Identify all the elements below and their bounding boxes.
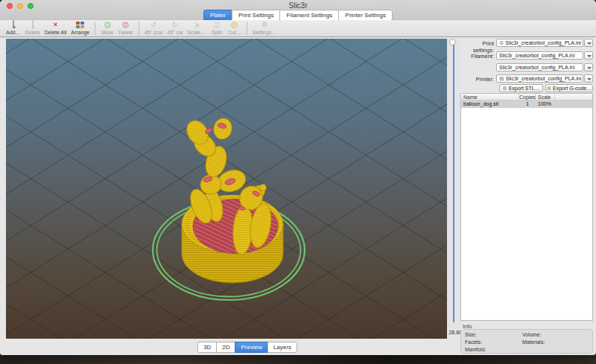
gcode-preview-canvas[interactable]: [6, 39, 447, 339]
column-header-name: Name: [461, 94, 519, 100]
info-panel: Size: Volume: Facets: Materials: Manifol…: [460, 329, 593, 354]
cut-button[interactable]: Cut…: [226, 21, 244, 36]
rotate-ccw-icon: ↺: [150, 21, 156, 29]
print-settings-dropdown-arrow[interactable]: [584, 39, 593, 47]
filament-select-2[interactable]: Slic3r_creatorbot_config_PLA.ini: [496, 63, 583, 71]
print-settings-row: Print settings: ⚙Slic3r_creatorbot_confi…: [460, 39, 593, 47]
plater-toolbar: + Add… − Delete × Delete All Arrange + M…: [0, 20, 596, 37]
delete-object-icon: −: [32, 21, 34, 29]
view-mode-control: 3D 2D Preview Layers: [197, 342, 297, 353]
more-copies-button[interactable]: + More: [98, 21, 116, 36]
info-manifold-label: Manifold:: [465, 347, 486, 352]
layer-z-value: 28.80: [445, 330, 462, 335]
toolbar-separator: [247, 22, 247, 35]
filament-dropdown-arrow-1[interactable]: [584, 51, 593, 60]
toolbar-separator: [139, 22, 139, 35]
fewer-icon: −: [122, 21, 129, 29]
printer-label: Printer:: [460, 76, 494, 83]
object-list-header: Name Copies Scale: [461, 94, 592, 100]
info-size-label: Size:: [465, 332, 477, 337]
filament-row: Filament: Slic3r_creatorbot_config_PLA.i…: [460, 51, 593, 60]
layer-slider-strip: 28.80: [447, 37, 460, 339]
arrange-icon: [76, 21, 84, 29]
title-bar: Slic3r Plater Print Settings Filament Se…: [0, 0, 596, 20]
fewer-copies-button[interactable]: − Fewer: [116, 21, 135, 36]
column-header-copies: Copies: [519, 94, 536, 100]
settings-panel: Print settings: ⚙Slic3r_creatorbot_confi…: [460, 37, 593, 355]
printer-icon: ▤: [499, 76, 504, 81]
info-facets-label: Facets:: [465, 339, 482, 345]
export-stl-icon: ⚙: [502, 86, 507, 91]
view-preview-button[interactable]: Preview: [235, 342, 267, 353]
export-gcode-icon: ⚙: [547, 86, 551, 91]
split-icon: ◫: [214, 21, 221, 29]
add-object-icon: +: [13, 21, 14, 29]
layer-slider-track[interactable]: [453, 42, 454, 322]
printer-dropdown-arrow[interactable]: [584, 74, 593, 83]
arrange-button[interactable]: Arrange: [69, 21, 92, 36]
slic3r-window: Slic3r Plater Print Settings Filament Se…: [0, 0, 596, 355]
object-settings-button[interactable]: ⚙ Settings…: [250, 21, 279, 36]
export-gcode-button[interactable]: ⚙Export G-code…: [545, 84, 593, 92]
view-3d-button[interactable]: 3D: [197, 342, 217, 353]
more-icon: +: [104, 21, 111, 29]
column-header-scale: Scale: [536, 94, 555, 100]
rotate-ccw-button[interactable]: ↺ 45° ccw: [142, 21, 165, 36]
scale-button[interactable]: ⇲ Scale…: [185, 21, 208, 36]
tab-print-settings[interactable]: Print Settings: [232, 10, 281, 21]
tab-plater[interactable]: Plater: [203, 10, 232, 21]
main-tab-control: Plater Print Settings Filament Settings …: [203, 10, 393, 21]
filament-select-1[interactable]: Slic3r_creatorbot_config_PLA.ini: [496, 51, 583, 60]
gear-icon: ⚙: [499, 40, 504, 45]
3d-preview-viewport[interactable]: [6, 39, 447, 339]
delete-button[interactable]: − Delete: [22, 21, 42, 36]
tab-printer-settings[interactable]: Printer Settings: [338, 10, 393, 21]
info-materials-label: Materials:: [522, 339, 545, 345]
object-row-balloon-dog[interactable]: balloon_dog.stl 1 100%: [461, 100, 592, 108]
scale-icon: ⇲: [194, 21, 200, 29]
print-settings-select[interactable]: ⚙Slic3r_creatorbot_config_PLA.ini: [496, 39, 583, 47]
window-title: Slic3r: [0, 1, 596, 10]
filament-row-2: Slic3r_creatorbot_config_PLA.ini: [460, 63, 593, 71]
view-layers-button[interactable]: Layers: [267, 342, 297, 353]
export-stl-button[interactable]: ⚙Export STL…: [499, 84, 543, 92]
delete-all-button[interactable]: × Delete All: [42, 21, 69, 36]
bottom-bar: 3D 2D Preview Layers: [0, 339, 460, 355]
printer-row: Printer: ▤Slic3r_creatorbot_config_PLA.i…: [460, 74, 593, 83]
view-2d-button[interactable]: 2D: [216, 342, 235, 353]
info-volume-label: Volume:: [522, 332, 541, 337]
printer-select[interactable]: ▤Slic3r_creatorbot_config_PLA.ini: [496, 74, 583, 83]
object-list-table: Name Copies Scale balloon_dog.stl 1 100%: [460, 93, 593, 321]
gear-icon: ⚙: [261, 21, 267, 29]
cut-icon: [231, 21, 238, 29]
rotate-cw-button[interactable]: ↻ 45° cw: [165, 21, 185, 36]
filament-dropdown-arrow-2[interactable]: [584, 63, 593, 71]
filament-label: Filament:: [460, 53, 494, 60]
tab-filament-settings[interactable]: Filament Settings: [279, 10, 339, 21]
layer-slider-handle[interactable]: [449, 39, 456, 45]
rotate-cw-icon: ↻: [172, 21, 178, 29]
add-button[interactable]: + Add…: [4, 21, 22, 36]
toolbar-separator: [95, 22, 95, 35]
delete-all-icon: ×: [54, 21, 57, 29]
split-button[interactable]: ◫ Split: [208, 21, 226, 36]
